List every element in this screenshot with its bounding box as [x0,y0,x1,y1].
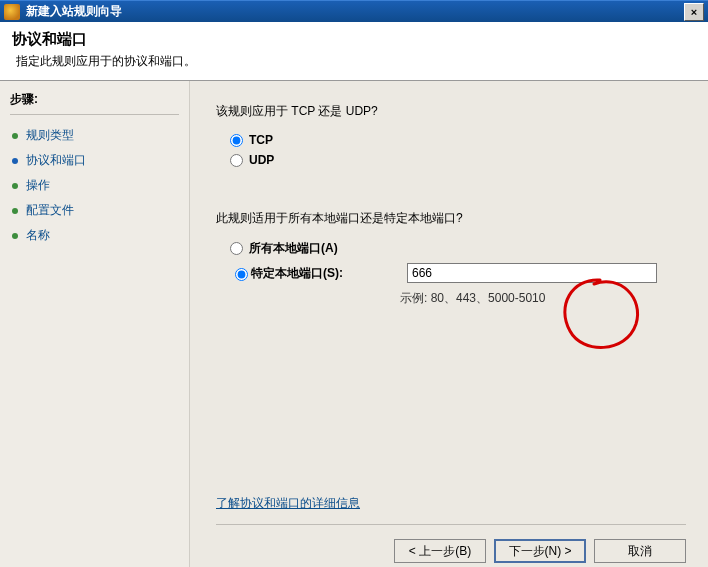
tcp-radio[interactable] [230,134,243,147]
wizard-main: 该规则应用于 TCP 还是 UDP? TCP UDP 此规则适用于所有本地端口还… [190,81,708,567]
step-rule-type[interactable]: 规则类型 [10,123,179,148]
titlebar: 新建入站规则向导 × [0,0,708,22]
cancel-button[interactable]: 取消 [594,539,686,563]
bullet-icon [12,158,18,164]
all-ports-label[interactable]: 所有本地端口(A) [249,240,338,257]
window-title: 新建入站规则向导 [26,3,684,20]
radio-row-tcp: TCP [230,133,686,147]
wizard-footer: < 上一步(B) 下一步(N) > 取消 [216,524,686,563]
bullet-icon [12,233,18,239]
steps-divider [10,114,179,115]
step-label: 名称 [26,227,50,244]
specific-ports-input[interactable] [407,263,657,283]
step-label: 配置文件 [26,202,74,219]
step-label: 操作 [26,177,50,194]
learn-more-link[interactable]: 了解协议和端口的详细信息 [216,496,360,510]
wizard-header: 协议和端口 指定此规则应用于的协议和端口。 [0,22,708,81]
help-link-area: 了解协议和端口的详细信息 [216,495,686,512]
udp-radio[interactable] [230,154,243,167]
tcp-label[interactable]: TCP [249,133,273,147]
port-scope-question: 此规则适用于所有本地端口还是特定本地端口? [216,210,686,227]
annotation-circle-icon [560,276,640,351]
close-button[interactable]: × [684,3,704,21]
ports-example-text: 示例: 80、443、5000-5010 [400,290,686,307]
wizard-body: 步骤: 规则类型 协议和端口 操作 配置文件 名称 该规则应用于 TCP 还是 … [0,81,708,567]
radio-row-udp: UDP [230,153,686,167]
step-profile[interactable]: 配置文件 [10,198,179,223]
step-action[interactable]: 操作 [10,173,179,198]
step-protocol-ports[interactable]: 协议和端口 [10,148,179,173]
udp-label[interactable]: UDP [249,153,274,167]
page-subtitle: 指定此规则应用于的协议和端口。 [16,53,696,70]
bullet-icon [12,183,18,189]
radio-row-specific-ports: 特定本地端口(S): [230,263,686,283]
steps-sidebar: 步骤: 规则类型 协议和端口 操作 配置文件 名称 [0,81,190,567]
step-name[interactable]: 名称 [10,223,179,248]
all-ports-radio[interactable] [230,242,243,255]
radio-row-all-ports: 所有本地端口(A) [230,240,686,257]
protocol-question: 该规则应用于 TCP 还是 UDP? [216,103,686,120]
back-button[interactable]: < 上一步(B) [394,539,486,563]
specific-ports-label[interactable]: 特定本地端口(S): [251,265,399,282]
step-label: 规则类型 [26,127,74,144]
specific-ports-radio[interactable] [235,268,248,281]
steps-label: 步骤: [10,91,179,108]
bullet-icon [12,208,18,214]
page-title: 协议和端口 [12,30,696,49]
app-icon [4,4,20,20]
next-button[interactable]: 下一步(N) > [494,539,586,563]
step-label: 协议和端口 [26,152,86,169]
bullet-icon [12,133,18,139]
